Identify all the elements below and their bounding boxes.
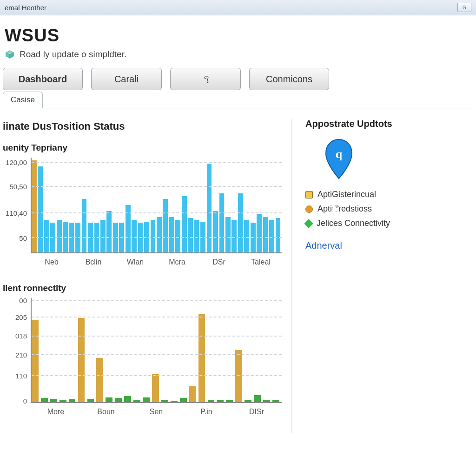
- bar: [124, 396, 131, 402]
- bar: [226, 400, 233, 402]
- chart-lient-ronnectity: 002050182101100 MoreBounSenP.inDISr: [3, 298, 291, 419]
- legend-item: Aptiீredstioss: [305, 204, 473, 214]
- bar: [182, 196, 187, 252]
- y-tick: 120,00: [6, 159, 27, 166]
- bar: [269, 220, 274, 252]
- bar: [60, 400, 66, 402]
- chart-uenity-tepriany: 120,0050,50110,4050 NebBclinWlanMcraDSrT…: [3, 158, 291, 269]
- bar: [87, 399, 94, 402]
- dashboard-button[interactable]: Dashboard: [3, 68, 83, 90]
- bar: [244, 220, 249, 252]
- bar: [169, 217, 174, 253]
- grid-line: [32, 375, 282, 376]
- bar: [188, 218, 193, 252]
- chart1-title: uenity Tepriany: [3, 143, 291, 153]
- bar: [263, 400, 270, 402]
- svg-text:q: q: [336, 147, 343, 161]
- x-tick: Taleal: [251, 258, 271, 266]
- tab-casise[interactable]: Casise: [3, 92, 43, 108]
- bar: [143, 397, 150, 402]
- y-tick: 205: [15, 313, 27, 321]
- bar: [263, 217, 268, 253]
- bar: [82, 199, 87, 252]
- bar: [161, 400, 168, 402]
- bar: [163, 199, 168, 252]
- grid-line: [32, 317, 282, 317]
- bar: [217, 400, 224, 402]
- bar: [194, 220, 199, 252]
- bar: [171, 401, 178, 402]
- y-tick: 018: [15, 332, 27, 340]
- x-tick: Sen: [150, 408, 163, 416]
- bar: [132, 220, 137, 252]
- bar: [198, 314, 205, 402]
- bar: [189, 386, 196, 402]
- window-titlebar: emal Heother G: [0, 0, 476, 15]
- legend-label: Aptiீredstioss: [317, 204, 372, 214]
- right-panel-title: Appostrate Updtots: [305, 119, 473, 129]
- bar: [213, 211, 218, 252]
- bar: [231, 220, 237, 252]
- bar: [151, 220, 156, 252]
- bar: [41, 398, 48, 402]
- y-tick: 00: [19, 296, 27, 304]
- y-tick: 0: [23, 397, 27, 405]
- app-subtitle: Road ly update o simpldter.: [20, 49, 126, 60]
- grid-line: [32, 336, 282, 337]
- y-tick: 110,40: [6, 209, 27, 217]
- bar: [152, 374, 159, 402]
- bar: [208, 400, 215, 402]
- legend-label: Jelices Connectivity: [317, 218, 390, 228]
- bar: [38, 166, 43, 252]
- bar: [276, 218, 281, 252]
- x-tick: Neb: [45, 258, 58, 266]
- bar: [157, 217, 162, 253]
- y-tick: 50: [19, 234, 27, 242]
- window-controls: G: [457, 3, 471, 12]
- adnerval-link[interactable]: Adnerval: [305, 240, 342, 251]
- conmicons-button[interactable]: Conmicons: [249, 68, 329, 90]
- bar: [100, 220, 106, 252]
- bar: [133, 400, 140, 402]
- status-section-title: iinate DusTosition Status: [3, 120, 291, 132]
- app-subtitle-row: Road ly update o simpldter.: [5, 49, 473, 60]
- y-tick: 210: [15, 351, 27, 359]
- x-tick: Boun: [97, 408, 114, 416]
- bar: [106, 397, 112, 402]
- legend: AptiGisterincual Aptiீredstioss Jelices …: [305, 190, 473, 228]
- location-pin-icon: q: [324, 139, 354, 180]
- legend-swatch-orange-icon: [305, 205, 313, 213]
- titlebar-button[interactable]: G: [457, 3, 471, 12]
- app-title: WSUS: [5, 26, 473, 46]
- bar: [69, 399, 76, 402]
- bar: [78, 318, 85, 402]
- grid-line: [32, 300, 282, 301]
- x-tick: Mcra: [169, 258, 185, 266]
- glyph-button[interactable]: ঀ: [170, 68, 241, 90]
- bar: [180, 398, 187, 402]
- y-tick: 110: [15, 372, 27, 380]
- x-tick: Wlan: [127, 258, 144, 266]
- bar: [254, 395, 261, 403]
- bar: [245, 400, 251, 402]
- legend-label: AptiGisterincual: [317, 190, 376, 199]
- bar: [238, 193, 243, 253]
- bar: [219, 193, 225, 253]
- bar: [44, 220, 49, 252]
- x-tick: DSr: [212, 258, 225, 266]
- bar: [126, 205, 131, 252]
- bar: [235, 350, 242, 402]
- bar: [207, 164, 212, 252]
- grid-line: [32, 237, 282, 238]
- legend-item: Jelices Connectivity: [305, 218, 473, 228]
- bar: [32, 160, 37, 252]
- glyph-icon: ঀ: [201, 74, 210, 85]
- chart2-title: lient ronnectity: [3, 283, 291, 293]
- grid-line: [32, 354, 282, 355]
- grid-line: [32, 186, 282, 187]
- grid-line: [32, 162, 282, 163]
- bar: [272, 400, 279, 402]
- carali-button[interactable]: Carali: [91, 68, 162, 90]
- bar: [106, 211, 112, 252]
- legend-swatch-yellow-icon: [305, 191, 313, 198]
